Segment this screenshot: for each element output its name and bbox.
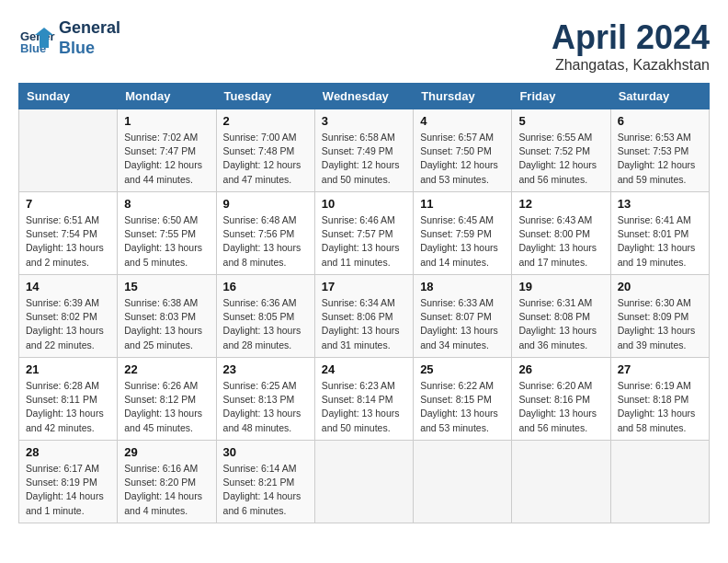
weekday-header-tuesday: Tuesday [216, 84, 314, 109]
calendar-week-1: 1Sunrise: 7:02 AMSunset: 7:47 PMDaylight… [19, 109, 710, 192]
day-number: 9 [223, 197, 308, 211]
day-info: Sunrise: 6:19 AMSunset: 8:18 PMDaylight:… [618, 379, 702, 435]
calendar-cell: 13Sunrise: 6:41 AMSunset: 8:01 PMDayligh… [610, 192, 709, 275]
calendar-cell [512, 441, 610, 523]
calendar-cell: 28Sunrise: 6:17 AMSunset: 8:19 PMDayligh… [19, 441, 118, 523]
calendar-cell: 5Sunrise: 6:55 AMSunset: 7:52 PMDaylight… [512, 109, 610, 192]
day-number: 16 [223, 280, 308, 293]
weekday-header-wednesday: Wednesday [314, 84, 413, 109]
day-number: 18 [420, 280, 505, 293]
day-info: Sunrise: 6:17 AMSunset: 8:19 PMDaylight:… [26, 462, 110, 518]
calendar-cell: 17Sunrise: 6:34 AMSunset: 8:06 PMDayligh… [314, 275, 413, 358]
day-number: 30 [223, 445, 308, 459]
day-number: 24 [322, 362, 406, 376]
day-info: Sunrise: 6:30 AMSunset: 8:09 PMDaylight:… [618, 296, 702, 352]
calendar-cell: 25Sunrise: 6:22 AMSunset: 8:15 PMDayligh… [414, 358, 512, 441]
weekday-header-monday: Monday [118, 84, 216, 109]
day-number: 13 [618, 197, 702, 211]
day-number: 26 [518, 362, 603, 376]
day-info: Sunrise: 6:26 AMSunset: 8:12 PMDaylight:… [124, 379, 209, 435]
day-info: Sunrise: 6:34 AMSunset: 8:06 PMDaylight:… [322, 296, 406, 352]
calendar-cell: 12Sunrise: 6:43 AMSunset: 8:00 PMDayligh… [512, 192, 610, 275]
calendar-cell [414, 441, 512, 523]
calendar-cell: 27Sunrise: 6:19 AMSunset: 8:18 PMDayligh… [610, 358, 709, 441]
day-info: Sunrise: 6:28 AMSunset: 8:11 PMDaylight:… [26, 379, 110, 435]
calendar-cell: 15Sunrise: 6:38 AMSunset: 8:03 PMDayligh… [118, 275, 216, 358]
day-number: 11 [420, 197, 505, 211]
day-info: Sunrise: 6:53 AMSunset: 7:53 PMDaylight:… [618, 131, 702, 187]
calendar-week-4: 21Sunrise: 6:28 AMSunset: 8:11 PMDayligh… [19, 358, 710, 441]
weekday-row: SundayMondayTuesdayWednesdayThursdayFrid… [19, 84, 710, 109]
day-info: Sunrise: 6:23 AMSunset: 8:14 PMDaylight:… [322, 379, 406, 435]
calendar-cell: 4Sunrise: 6:57 AMSunset: 7:50 PMDaylight… [414, 109, 512, 192]
calendar-cell [19, 109, 118, 192]
calendar-cell [610, 441, 709, 523]
day-number: 6 [618, 114, 702, 128]
calendar-cell: 2Sunrise: 7:00 AMSunset: 7:48 PMDaylight… [216, 109, 314, 192]
day-info: Sunrise: 6:51 AMSunset: 7:54 PMDaylight:… [26, 213, 110, 270]
day-info: Sunrise: 6:43 AMSunset: 8:00 PMDaylight:… [518, 213, 603, 270]
day-number: 28 [26, 445, 110, 459]
day-number: 7 [26, 197, 110, 211]
calendar-week-3: 14Sunrise: 6:39 AMSunset: 8:02 PMDayligh… [19, 275, 710, 358]
calendar-cell: 14Sunrise: 6:39 AMSunset: 8:02 PMDayligh… [19, 275, 118, 358]
calendar-cell: 16Sunrise: 6:36 AMSunset: 8:05 PMDayligh… [216, 275, 314, 358]
calendar-cell: 19Sunrise: 6:31 AMSunset: 8:08 PMDayligh… [512, 275, 610, 358]
calendar-cell: 8Sunrise: 6:50 AMSunset: 7:55 PMDaylight… [118, 192, 216, 275]
calendar-cell: 20Sunrise: 6:30 AMSunset: 8:09 PMDayligh… [610, 275, 709, 358]
day-info: Sunrise: 7:00 AMSunset: 7:48 PMDaylight:… [223, 131, 308, 187]
day-number: 3 [322, 114, 406, 128]
weekday-header-sunday: Sunday [19, 84, 118, 109]
calendar-cell: 29Sunrise: 6:16 AMSunset: 8:20 PMDayligh… [118, 441, 216, 523]
weekday-header-saturday: Saturday [610, 84, 709, 109]
calendar-cell: 7Sunrise: 6:51 AMSunset: 7:54 PMDaylight… [19, 192, 118, 275]
day-number: 1 [124, 114, 209, 128]
day-info: Sunrise: 6:58 AMSunset: 7:49 PMDaylight:… [322, 131, 406, 187]
day-number: 12 [518, 197, 603, 211]
calendar-cell: 10Sunrise: 6:46 AMSunset: 7:57 PMDayligh… [314, 192, 413, 275]
day-info: Sunrise: 6:46 AMSunset: 7:57 PMDaylight:… [322, 213, 406, 270]
day-info: Sunrise: 6:22 AMSunset: 8:15 PMDaylight:… [420, 379, 505, 435]
calendar-body: 1Sunrise: 7:02 AMSunset: 7:47 PMDaylight… [19, 109, 710, 523]
day-info: Sunrise: 6:48 AMSunset: 7:56 PMDaylight:… [223, 213, 308, 270]
day-info: Sunrise: 6:57 AMSunset: 7:50 PMDaylight:… [420, 131, 505, 187]
calendar-week-2: 7Sunrise: 6:51 AMSunset: 7:54 PMDaylight… [19, 192, 710, 275]
day-number: 17 [322, 280, 406, 293]
calendar-header: SundayMondayTuesdayWednesdayThursdayFrid… [19, 84, 710, 109]
day-info: Sunrise: 6:55 AMSunset: 7:52 PMDaylight:… [518, 131, 603, 187]
calendar-cell: 24Sunrise: 6:23 AMSunset: 8:14 PMDayligh… [314, 358, 413, 441]
calendar-table: SundayMondayTuesdayWednesdayThursdayFrid… [18, 83, 710, 523]
day-number: 21 [26, 362, 110, 376]
day-info: Sunrise: 6:45 AMSunset: 7:59 PMDaylight:… [420, 213, 505, 270]
day-number: 14 [26, 280, 110, 293]
day-number: 4 [420, 114, 505, 128]
day-info: Sunrise: 6:38 AMSunset: 8:03 PMDaylight:… [124, 296, 209, 352]
calendar-cell: 22Sunrise: 6:26 AMSunset: 8:12 PMDayligh… [118, 358, 216, 441]
day-info: Sunrise: 6:39 AMSunset: 8:02 PMDaylight:… [26, 296, 110, 352]
calendar-cell: 1Sunrise: 7:02 AMSunset: 7:47 PMDaylight… [118, 109, 216, 192]
page-header: General Blue General Blue April 2024 Zha… [18, 18, 710, 74]
month-title: April 2024 [552, 18, 710, 57]
day-number: 2 [223, 114, 308, 128]
logo: General Blue General Blue [18, 18, 120, 58]
weekday-header-thursday: Thursday [414, 84, 512, 109]
day-info: Sunrise: 6:14 AMSunset: 8:21 PMDaylight:… [223, 462, 308, 518]
day-info: Sunrise: 6:50 AMSunset: 7:55 PMDaylight:… [124, 213, 209, 270]
calendar-cell: 30Sunrise: 6:14 AMSunset: 8:21 PMDayligh… [216, 441, 314, 523]
calendar-cell [314, 441, 413, 523]
day-number: 20 [618, 280, 702, 293]
calendar-cell: 26Sunrise: 6:20 AMSunset: 8:16 PMDayligh… [512, 358, 610, 441]
day-info: Sunrise: 6:33 AMSunset: 8:07 PMDaylight:… [420, 296, 505, 352]
logo-icon: General Blue [18, 20, 55, 57]
day-number: 15 [124, 280, 209, 293]
day-number: 22 [124, 362, 209, 376]
day-number: 25 [420, 362, 505, 376]
calendar-cell: 3Sunrise: 6:58 AMSunset: 7:49 PMDaylight… [314, 109, 413, 192]
day-number: 27 [618, 362, 702, 376]
calendar-cell: 18Sunrise: 6:33 AMSunset: 8:07 PMDayligh… [414, 275, 512, 358]
location-subtitle: Zhangatas, Kazakhstan [552, 57, 710, 74]
day-info: Sunrise: 6:31 AMSunset: 8:08 PMDaylight:… [518, 296, 603, 352]
calendar-cell: 21Sunrise: 6:28 AMSunset: 8:11 PMDayligh… [19, 358, 118, 441]
calendar-cell: 11Sunrise: 6:45 AMSunset: 7:59 PMDayligh… [414, 192, 512, 275]
day-number: 29 [124, 445, 209, 459]
